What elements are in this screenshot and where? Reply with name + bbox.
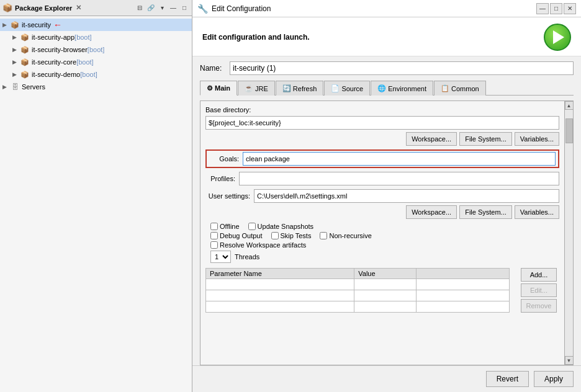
tab-common-label: Common <box>451 85 479 92</box>
checkbox-skip-tests: Skip Tests <box>271 232 312 239</box>
link-editor-button[interactable]: 🔗 <box>146 3 156 13</box>
view-menu-button[interactable]: ▾ <box>157 3 167 13</box>
workspace-button-1[interactable]: Workspace... <box>406 132 457 146</box>
param-col-value: Value <box>354 269 417 279</box>
parameter-table: Parameter Name Value <box>205 268 510 313</box>
update-snapshots-checkbox[interactable] <box>248 223 256 230</box>
tree-item-it-security-core[interactable]: ▶ 📦 it-security-core [boot] <box>0 56 192 68</box>
tree-arrow-servers[interactable]: ▶ <box>2 84 10 90</box>
form-scrollbar[interactable]: ▲ ▼ <box>564 101 573 365</box>
tree-item-it-security[interactable]: ▶ 📦 it-security ← <box>0 19 192 31</box>
profiles-input[interactable] <box>239 172 559 185</box>
tree-item-it-security-browser[interactable]: ▶ 📦 it-security-browser [boot] <box>0 43 192 56</box>
tab-main[interactable]: ⚙ Main <box>200 81 237 96</box>
add-parameter-button[interactable]: Add... <box>521 268 557 282</box>
param-cell-name-3 <box>206 301 354 313</box>
param-cell-extra-3 <box>417 301 510 313</box>
variables-button-1[interactable]: Variables... <box>515 132 559 146</box>
base-dir-buttons: Workspace... File System... Variables... <box>205 132 559 146</box>
file-system-button-2[interactable]: File System... <box>459 205 512 219</box>
edit-parameter-button[interactable]: Edit... <box>521 283 557 297</box>
config-content: Name: ⚙ Main ☕ JRE 🔄 Refresh 📄 Source 🌐 <box>192 56 581 365</box>
name-row: Name: <box>200 61 574 75</box>
file-system-button-1[interactable]: File System... <box>459 132 512 146</box>
scroll-up-arrow[interactable]: ▲ <box>565 101 574 110</box>
param-cell-value-3 <box>354 301 417 313</box>
tree-item-it-security-app[interactable]: ▶ 📦 it-security-app [boot] <box>0 31 192 43</box>
variables-button-2[interactable]: Variables... <box>515 205 559 219</box>
package-icon: 📦 <box>2 3 12 12</box>
tree-arrow-it-security-app[interactable]: ▶ <box>12 34 20 40</box>
boot-label-it-security-browser: [boot] <box>88 46 105 53</box>
user-settings-row: User settings: <box>205 189 559 203</box>
param-side-buttons: Add... Edit... Remove <box>521 268 559 315</box>
scroll-down-arrow[interactable]: ▼ <box>565 356 574 365</box>
package-icon-it-security-app: 📦 <box>20 32 30 42</box>
form-scroll-area[interactable]: Base directory: Workspace... File System… <box>200 101 564 365</box>
tab-refresh[interactable]: 🔄 Refresh <box>276 81 324 96</box>
name-label: Name: <box>200 64 225 73</box>
dialog-title-text: Edit Configuration <box>212 4 271 13</box>
non-recursive-label: Non-recursive <box>329 232 371 239</box>
apply-button[interactable]: Apply <box>534 371 574 387</box>
red-arrow-annotation: ← <box>53 20 62 30</box>
revert-button[interactable]: Revert <box>486 371 529 387</box>
user-settings-label: User settings: <box>205 192 250 200</box>
tree-label-it-security-demo: it-security-demo <box>32 71 80 78</box>
boot-label-it-security-app: [boot] <box>74 33 92 41</box>
workspace-button-2[interactable]: Workspace... <box>406 205 457 219</box>
name-input[interactable] <box>230 61 574 75</box>
dialog-footer: Revert Apply <box>192 365 581 392</box>
tree-arrow-it-security-core[interactable]: ▶ <box>12 59 20 65</box>
user-settings-input[interactable] <box>254 189 559 203</box>
dialog-window-controls: — □ ✕ <box>536 3 576 14</box>
param-empty-row-3 <box>206 301 510 313</box>
tab-source-label: Source <box>341 85 363 92</box>
threads-select[interactable]: 1 2 4 <box>210 251 231 263</box>
tree-arrow-it-security-demo[interactable]: ▶ <box>12 71 20 78</box>
tab-jre[interactable]: ☕ JRE <box>238 81 275 96</box>
boot-label-it-security-demo: [boot] <box>80 71 97 78</box>
offline-checkbox[interactable] <box>210 223 218 230</box>
panel-tab-close[interactable]: ✕ <box>76 4 81 12</box>
tree-label-it-security-app: it-security-app <box>32 33 74 41</box>
debug-output-checkbox[interactable] <box>210 232 218 239</box>
main-tab-icon: ⚙ <box>207 84 213 92</box>
remove-parameter-button[interactable]: Remove <box>521 299 557 313</box>
collapse-all-button[interactable]: ⊟ <box>135 3 145 13</box>
dialog-close-button[interactable]: ✕ <box>564 3 576 14</box>
tab-common[interactable]: 📋 Common <box>434 81 486 96</box>
tree-label-servers: Servers <box>22 83 45 91</box>
run-button[interactable] <box>544 24 571 51</box>
tab-source[interactable]: 📄 Source <box>324 81 370 96</box>
panel-header: 📦 Package Explorer ✕ ⊟ 🔗 ▾ — □ <box>0 0 192 16</box>
dialog-minimize-button[interactable]: — <box>536 3 549 14</box>
tree-item-servers[interactable]: ▶ 🗄 Servers <box>0 81 192 93</box>
param-empty-row-1 <box>206 279 510 290</box>
dialog-maximize-button[interactable]: □ <box>550 3 562 14</box>
profiles-label: Profiles: <box>205 175 235 182</box>
base-directory-label: Base directory: <box>205 106 559 132</box>
non-recursive-checkbox[interactable] <box>320 232 327 239</box>
dialog-description-bar: Edit configuration and launch. <box>192 17 581 56</box>
param-col-extra <box>417 269 510 279</box>
base-dir-label-text: Base directory: <box>205 106 559 114</box>
form-area: Base directory: Workspace... File System… <box>200 100 574 365</box>
tree-item-it-security-demo[interactable]: ▶ 📦 it-security-demo [boot] <box>0 68 192 81</box>
maximize-button[interactable]: □ <box>179 3 189 13</box>
param-cell-value-1 <box>354 279 417 290</box>
goals-input[interactable] <box>243 152 556 166</box>
tab-environment[interactable]: 🌐 Environment <box>371 81 433 96</box>
base-directory-input[interactable] <box>205 116 559 130</box>
environment-tab-icon: 🌐 <box>377 84 386 92</box>
dialog-titlebar: 🔧 Edit Configuration — □ ✕ <box>192 0 581 17</box>
debug-output-label: Debug Output <box>220 232 263 239</box>
resolve-workspace-checkbox[interactable] <box>210 241 218 249</box>
minimize-button[interactable]: — <box>168 3 178 13</box>
tree-arrow-it-security[interactable]: ▶ <box>2 22 10 28</box>
tree-arrow-it-security-browser[interactable]: ▶ <box>12 47 20 53</box>
scroll-thumb[interactable] <box>565 118 573 143</box>
skip-tests-checkbox[interactable] <box>271 232 279 239</box>
param-cell-name-1 <box>206 279 354 290</box>
checkbox-row-1: Offline Update Snapshots <box>205 223 559 230</box>
